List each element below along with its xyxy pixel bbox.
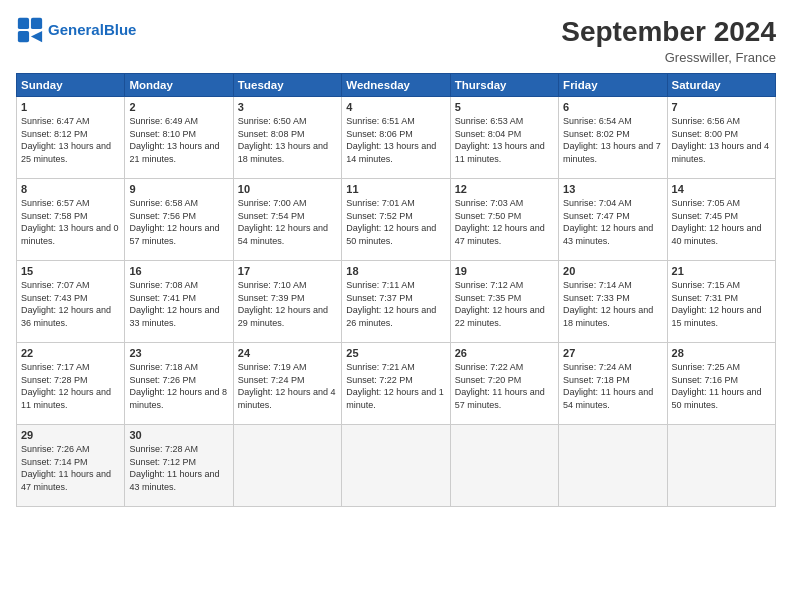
table-row: 23 Sunrise: 7:18 AM Sunset: 7:26 PM Dayl… <box>125 343 233 425</box>
day-info: Sunrise: 7:18 AM Sunset: 7:26 PM Dayligh… <box>129 361 228 411</box>
sunrise-text: Sunrise: 7:08 AM <box>129 280 198 290</box>
sunset-text: Sunset: 7:26 PM <box>129 375 196 385</box>
sunset-text: Sunset: 7:28 PM <box>21 375 88 385</box>
sunset-text: Sunset: 7:47 PM <box>563 211 630 221</box>
table-row: 5 Sunrise: 6:53 AM Sunset: 8:04 PM Dayli… <box>450 97 558 179</box>
day-number: 6 <box>563 101 662 113</box>
day-number: 28 <box>672 347 771 359</box>
month-title: September 2024 <box>561 16 776 48</box>
table-row: 20 Sunrise: 7:14 AM Sunset: 7:33 PM Dayl… <box>559 261 667 343</box>
day-number: 18 <box>346 265 445 277</box>
daylight-text: Daylight: 13 hours and 4 minutes. <box>672 141 770 164</box>
daylight-text: Daylight: 12 hours and 29 minutes. <box>238 305 328 328</box>
daylight-text: Daylight: 12 hours and 54 minutes. <box>238 223 328 246</box>
daylight-text: Daylight: 11 hours and 57 minutes. <box>455 387 545 410</box>
day-info: Sunrise: 7:14 AM Sunset: 7:33 PM Dayligh… <box>563 279 662 329</box>
sunrise-text: Sunrise: 7:04 AM <box>563 198 632 208</box>
table-row: 9 Sunrise: 6:58 AM Sunset: 7:56 PM Dayli… <box>125 179 233 261</box>
day-number: 15 <box>21 265 120 277</box>
day-number: 12 <box>455 183 554 195</box>
daylight-text: Daylight: 12 hours and 57 minutes. <box>129 223 219 246</box>
day-number: 17 <box>238 265 337 277</box>
day-info: Sunrise: 7:22 AM Sunset: 7:20 PM Dayligh… <box>455 361 554 411</box>
title-block: September 2024 Gresswiller, France <box>561 16 776 65</box>
table-row: 21 Sunrise: 7:15 AM Sunset: 7:31 PM Dayl… <box>667 261 775 343</box>
svg-rect-0 <box>18 18 29 29</box>
daylight-text: Daylight: 13 hours and 21 minutes. <box>129 141 219 164</box>
sunrise-text: Sunrise: 6:54 AM <box>563 116 632 126</box>
day-number: 8 <box>21 183 120 195</box>
calendar-page: GeneralBlue September 2024 Gresswiller, … <box>0 0 792 612</box>
daylight-text: Daylight: 12 hours and 26 minutes. <box>346 305 436 328</box>
daylight-text: Daylight: 13 hours and 0 minutes. <box>21 223 119 246</box>
sunset-text: Sunset: 7:35 PM <box>455 293 522 303</box>
sunrise-text: Sunrise: 7:26 AM <box>21 444 90 454</box>
day-info: Sunrise: 6:50 AM Sunset: 8:08 PM Dayligh… <box>238 115 337 165</box>
logo-blue: Blue <box>104 21 137 38</box>
calendar-week-row: 29 Sunrise: 7:26 AM Sunset: 7:14 PM Dayl… <box>17 425 776 507</box>
sunrise-text: Sunrise: 7:21 AM <box>346 362 415 372</box>
sunset-text: Sunset: 7:58 PM <box>21 211 88 221</box>
sunrise-text: Sunrise: 7:14 AM <box>563 280 632 290</box>
calendar-week-row: 1 Sunrise: 6:47 AM Sunset: 8:12 PM Dayli… <box>17 97 776 179</box>
day-info: Sunrise: 6:56 AM Sunset: 8:00 PM Dayligh… <box>672 115 771 165</box>
sunset-text: Sunset: 7:12 PM <box>129 457 196 467</box>
table-row: 6 Sunrise: 6:54 AM Sunset: 8:02 PM Dayli… <box>559 97 667 179</box>
day-number: 24 <box>238 347 337 359</box>
sunset-text: Sunset: 7:52 PM <box>346 211 413 221</box>
calendar-table: Sunday Monday Tuesday Wednesday Thursday… <box>16 73 776 507</box>
day-info: Sunrise: 7:05 AM Sunset: 7:45 PM Dayligh… <box>672 197 771 247</box>
day-number: 2 <box>129 101 228 113</box>
daylight-text: Daylight: 12 hours and 1 minute. <box>346 387 444 410</box>
sunrise-text: Sunrise: 7:10 AM <box>238 280 307 290</box>
table-row: 2 Sunrise: 6:49 AM Sunset: 8:10 PM Dayli… <box>125 97 233 179</box>
day-number: 11 <box>346 183 445 195</box>
table-row: 7 Sunrise: 6:56 AM Sunset: 8:00 PM Dayli… <box>667 97 775 179</box>
day-number: 19 <box>455 265 554 277</box>
table-row: 26 Sunrise: 7:22 AM Sunset: 7:20 PM Dayl… <box>450 343 558 425</box>
day-number: 21 <box>672 265 771 277</box>
day-info: Sunrise: 6:47 AM Sunset: 8:12 PM Dayligh… <box>21 115 120 165</box>
sunrise-text: Sunrise: 7:18 AM <box>129 362 198 372</box>
daylight-text: Daylight: 11 hours and 43 minutes. <box>129 469 219 492</box>
day-number: 1 <box>21 101 120 113</box>
svg-rect-1 <box>31 18 42 29</box>
sunrise-text: Sunrise: 6:53 AM <box>455 116 524 126</box>
table-row: 17 Sunrise: 7:10 AM Sunset: 7:39 PM Dayl… <box>233 261 341 343</box>
calendar-header-row: Sunday Monday Tuesday Wednesday Thursday… <box>17 74 776 97</box>
daylight-text: Daylight: 12 hours and 18 minutes. <box>563 305 653 328</box>
daylight-text: Daylight: 12 hours and 50 minutes. <box>346 223 436 246</box>
page-header: GeneralBlue September 2024 Gresswiller, … <box>16 16 776 65</box>
logo-general: General <box>48 21 104 38</box>
day-number: 13 <box>563 183 662 195</box>
table-row: 3 Sunrise: 6:50 AM Sunset: 8:08 PM Dayli… <box>233 97 341 179</box>
sunset-text: Sunset: 8:10 PM <box>129 129 196 139</box>
table-row: 8 Sunrise: 6:57 AM Sunset: 7:58 PM Dayli… <box>17 179 125 261</box>
day-info: Sunrise: 7:26 AM Sunset: 7:14 PM Dayligh… <box>21 443 120 493</box>
sunset-text: Sunset: 7:16 PM <box>672 375 739 385</box>
table-row: 27 Sunrise: 7:24 AM Sunset: 7:18 PM Dayl… <box>559 343 667 425</box>
sunrise-text: Sunrise: 6:49 AM <box>129 116 198 126</box>
sunset-text: Sunset: 8:08 PM <box>238 129 305 139</box>
daylight-text: Daylight: 12 hours and 4 minutes. <box>238 387 336 410</box>
day-info: Sunrise: 7:25 AM Sunset: 7:16 PM Dayligh… <box>672 361 771 411</box>
sunrise-text: Sunrise: 6:51 AM <box>346 116 415 126</box>
day-info: Sunrise: 7:10 AM Sunset: 7:39 PM Dayligh… <box>238 279 337 329</box>
daylight-text: Daylight: 12 hours and 40 minutes. <box>672 223 762 246</box>
sunset-text: Sunset: 7:41 PM <box>129 293 196 303</box>
table-row: 1 Sunrise: 6:47 AM Sunset: 8:12 PM Dayli… <box>17 97 125 179</box>
table-row: 22 Sunrise: 7:17 AM Sunset: 7:28 PM Dayl… <box>17 343 125 425</box>
col-wednesday: Wednesday <box>342 74 450 97</box>
sunrise-text: Sunrise: 7:24 AM <box>563 362 632 372</box>
logo: GeneralBlue <box>16 16 136 44</box>
logo-icon <box>16 16 44 44</box>
daylight-text: Daylight: 11 hours and 50 minutes. <box>672 387 762 410</box>
day-number: 30 <box>129 429 228 441</box>
sunset-text: Sunset: 7:54 PM <box>238 211 305 221</box>
sunset-text: Sunset: 8:00 PM <box>672 129 739 139</box>
day-number: 22 <box>21 347 120 359</box>
day-number: 25 <box>346 347 445 359</box>
day-info: Sunrise: 7:04 AM Sunset: 7:47 PM Dayligh… <box>563 197 662 247</box>
daylight-text: Daylight: 12 hours and 11 minutes. <box>21 387 111 410</box>
table-row: 19 Sunrise: 7:12 AM Sunset: 7:35 PM Dayl… <box>450 261 558 343</box>
